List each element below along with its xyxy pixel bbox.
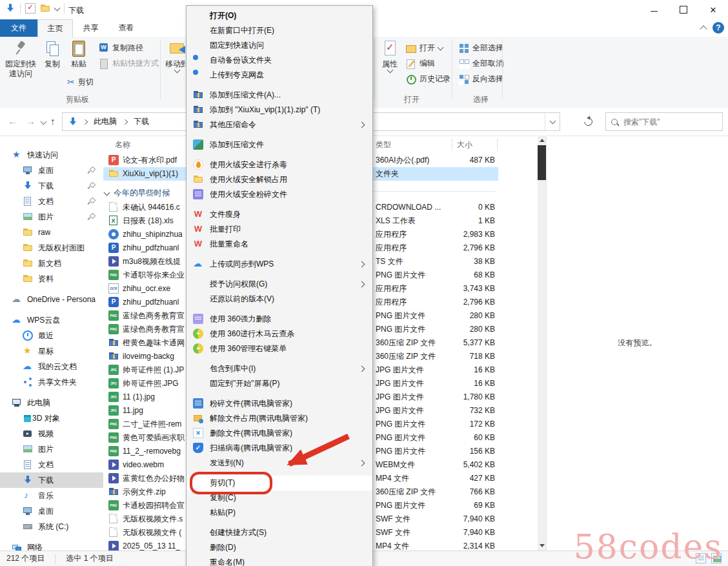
recent-locations-chevron-icon[interactable]	[41, 119, 47, 125]
sidebar-item[interactable]: 桌面	[0, 163, 103, 178]
sidebar-item[interactable]: 下载	[0, 472, 103, 488]
context-menu-item[interactable]: 粘贴(P)	[187, 505, 372, 520]
context-menu-item[interactable]: 其他压缩命令	[187, 117, 372, 132]
select-all-button[interactable]: 全部选择	[458, 41, 503, 55]
context-menu-item[interactable]: 打开(O)	[187, 8, 372, 23]
new-folder-qat-icon[interactable]	[40, 3, 50, 14]
sidebar-item[interactable]: raw	[0, 225, 103, 240]
context-menu-item[interactable]: 粉碎文件(腾讯电脑管家)	[187, 396, 372, 411]
scroll-down-button[interactable]	[538, 541, 546, 551]
sidebar-item[interactable]: 图片	[0, 441, 103, 457]
sidebar-item[interactable]: 资料	[0, 271, 103, 287]
sidebar-item[interactable]: 桌面	[0, 503, 103, 519]
edit-button[interactable]: 编辑	[405, 56, 435, 70]
context-menu-item[interactable]: 文件瘦身	[187, 207, 372, 222]
sidebar-item[interactable]: 星标	[0, 343, 103, 359]
context-menu-item[interactable]: 自动备份该文件夹	[187, 53, 372, 68]
context-menu-item[interactable]: 删除(D)	[187, 540, 372, 555]
context-menu-item[interactable]: 使用 360管理右键菜单	[187, 341, 372, 356]
ribbon-tab[interactable]: 查看	[108, 19, 144, 37]
paste-button[interactable]: 粘贴	[66, 39, 92, 69]
context-menu-item[interactable]: 授予访问权限(G)	[187, 277, 372, 292]
minimize-button[interactable]	[639, 0, 669, 19]
context-menu-item[interactable]: 还原以前的版本(V)	[187, 292, 372, 307]
sidebar-item[interactable]: 图片	[0, 209, 103, 225]
sidebar-item[interactable]: 视频	[0, 426, 103, 441]
properties-button[interactable]: 属性	[377, 39, 403, 72]
address-dropdown-button[interactable]	[545, 113, 560, 130]
sidebar-item[interactable]: OneDrive - Persona	[0, 292, 103, 307]
breadcrumb-item[interactable]: 此电脑	[92, 116, 118, 127]
search-input[interactable]	[622, 117, 725, 127]
context-menu-item[interactable]: 使用火绒安全解锁占用	[187, 172, 372, 187]
context-menu-item[interactable]: 创建快捷方式(S)	[187, 525, 372, 540]
help-icon[interactable]: ?	[713, 22, 724, 34]
scrollbar-thumb[interactable]	[538, 145, 546, 180]
collapse-ribbon-icon[interactable]	[700, 25, 707, 32]
properties-qat-icon[interactable]: ✓	[25, 3, 35, 14]
column-header-size[interactable]: 大小	[457, 139, 472, 150]
close-button[interactable]: ✕	[698, 0, 728, 19]
context-menu-item[interactable]: 使用 360进行木马云查杀	[187, 327, 372, 341]
ribbon-tab[interactable]: 主页	[37, 19, 73, 37]
pin-to-quick-access-button[interactable]: 固定到快速访问	[3, 39, 39, 79]
search-box[interactable]	[605, 112, 723, 131]
sidebar-item[interactable]: 共享文件夹	[0, 374, 103, 390]
back-button[interactable]: ←	[8, 115, 17, 128]
context-menu-item[interactable]: 添加到压缩文件(A)...	[187, 88, 372, 103]
sidebar-item[interactable]: 3D 对象	[0, 410, 103, 426]
context-menu-item[interactable]: 使用 360强力删除	[187, 312, 372, 327]
context-menu-item[interactable]: 在新窗口中打开(E)	[187, 23, 372, 38]
context-menu-item[interactable]: 添加到 "XiuXiu_vip(1)(1).zip" (T)	[187, 103, 372, 117]
context-menu-item[interactable]: 扫描病毒(腾讯电脑管家)	[187, 441, 372, 456]
sidebar-item[interactable]: WPS云盘	[0, 312, 103, 328]
refresh-button[interactable]	[576, 112, 600, 131]
context-menu-item[interactable]: 使用火绒安全粉碎文件	[187, 187, 372, 202]
tab-file[interactable]: 文件	[0, 19, 37, 37]
forward-button[interactable]: →	[26, 115, 35, 128]
context-menu-item[interactable]: 包含到库中(I)	[187, 361, 372, 376]
sidebar-item[interactable]: 无版权封面图	[0, 240, 103, 256]
select-none-button[interactable]: 全部取消	[458, 56, 503, 70]
context-menu-item[interactable]: 使用火绒安全进行杀毒	[187, 157, 372, 172]
sidebar-item[interactable]: 我的云文档	[0, 359, 103, 374]
context-menu-item[interactable]: 解除文件占用(腾讯电脑管家)	[187, 411, 372, 426]
context-menu-item[interactable]: 删除文件(腾讯电脑管家)	[187, 426, 372, 441]
vertical-scrollbar[interactable]	[538, 136, 546, 551]
context-menu-item[interactable]: 批量重命名	[187, 237, 372, 252]
breadcrumb-item[interactable]: 下载	[132, 116, 150, 127]
column-header-type[interactable]: 类型	[376, 139, 391, 150]
context-menu-item[interactable]: 发送到(N)	[187, 456, 372, 470]
customize-toolbar-chevron-icon[interactable]	[54, 5, 61, 11]
paste-shortcut-button[interactable]: 粘贴快捷方式	[98, 56, 159, 70]
context-menu-item[interactable]: 固定到快速访问	[187, 38, 372, 53]
up-button[interactable]: ↑	[50, 115, 56, 128]
sidebar-item[interactable]: 下载	[0, 178, 103, 194]
cut-button[interactable]: ✂ 剪切	[67, 75, 94, 89]
copy-button[interactable]: 复制	[40, 39, 65, 69]
sidebar-item[interactable]: 文档	[0, 457, 103, 472]
sidebar-item[interactable]: 最近	[0, 328, 103, 343]
chevron-down-icon[interactable]	[104, 189, 110, 196]
scroll-up-button[interactable]	[538, 136, 546, 145]
sidebar-item[interactable]: 音乐	[0, 488, 103, 503]
history-button[interactable]: 历史记录	[405, 72, 450, 86]
sidebar-item[interactable]: 新文档	[0, 256, 103, 271]
open-button[interactable]: 打开	[405, 41, 443, 55]
maximize-button[interactable]	[669, 0, 698, 19]
context-menu-item[interactable]: 固定到"开始"屏幕(P)	[187, 376, 372, 391]
invert-selection-button[interactable]: 反向选择	[458, 72, 503, 86]
column-header-name[interactable]: 名称	[115, 139, 130, 150]
context-menu-item[interactable]: 添加到压缩文件	[187, 137, 372, 152]
ribbon-tab[interactable]: 共享	[73, 19, 108, 37]
sidebar-item[interactable]: 此电脑	[0, 395, 103, 410]
sidebar-item[interactable]: 系统 (C:)	[0, 519, 103, 534]
context-menu-item[interactable]: 批量打印	[187, 222, 372, 237]
sidebar-item[interactable]: 网络	[0, 540, 103, 551]
sidebar-item[interactable]: 文档	[0, 194, 103, 209]
context-menu-item[interactable]: 重命名(M)	[187, 555, 372, 566]
context-menu-item[interactable]: 上传或同步到WPS	[187, 257, 372, 272]
copy-path-button[interactable]: 复制路径	[98, 41, 143, 55]
context-menu-item[interactable]: 上传到夸克网盘	[187, 68, 372, 83]
sidebar-item[interactable]: 快速访问	[0, 147, 103, 163]
